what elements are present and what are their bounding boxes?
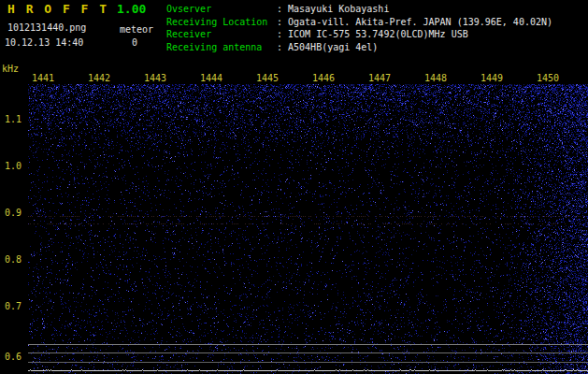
- time-tick: 1445: [256, 73, 279, 83]
- echo-count: 0: [132, 37, 137, 48]
- hrofft-output-image: H R O F F T 1.00 1012131440.png meteor 1…: [0, 0, 588, 374]
- observation-datetime: 10.12.13 14:40: [5, 37, 83, 48]
- info-label: Receiving Location: [166, 16, 277, 29]
- y-tick: 0.7: [5, 301, 22, 311]
- info-value: : Masayuki Kobayashi: [277, 4, 389, 14]
- time-tick: 1448: [424, 73, 447, 83]
- y-tick: 1.0: [5, 161, 22, 171]
- info-value: : Ogata-vill. Akita-Pref. JAPAN (139.96E…: [277, 17, 552, 27]
- time-tick: 1447: [368, 73, 391, 83]
- info-row-observer: Ovserver: Masayuki Kobayashi: [166, 3, 552, 16]
- time-tick: 1449: [480, 73, 503, 83]
- info-value: : A504HB(yagi 4el): [277, 42, 378, 52]
- info-value: : ICOM IC-575 53.7492(0LCD)MHz USB: [277, 29, 468, 39]
- y-axis-unit-label: kHz: [2, 64, 19, 74]
- info-row-antenna: Receiving antenna: A504HB(yagi 4el): [166, 41, 552, 54]
- y-tick: 0.6: [5, 352, 22, 362]
- time-tick: 1444: [200, 73, 222, 83]
- y-tick: 0.9: [5, 208, 22, 218]
- station-info: Ovserver: Masayuki Kobayashi Receiving L…: [166, 3, 552, 53]
- app-version: 1.00: [117, 2, 146, 16]
- output-filename: 1012131440.png: [7, 22, 86, 33]
- info-row-location: Receiving Location: Ogata-vill. Akita-Pr…: [166, 16, 552, 29]
- time-tick: 1446: [312, 73, 335, 83]
- y-tick: 1.1: [5, 114, 22, 124]
- app-title: H R O F F T: [7, 2, 108, 16]
- observation-mode-label: meteor: [120, 24, 153, 35]
- spectrogram-canvas: [28, 84, 588, 374]
- info-row-receiver: Receiver: ICOM IC-575 53.7492(0LCD)MHz U…: [166, 28, 552, 41]
- info-label: Receiving antenna: [166, 41, 277, 54]
- info-label: Ovserver: [166, 3, 277, 16]
- info-label: Receiver: [166, 28, 277, 41]
- time-tick: 1443: [144, 73, 166, 83]
- y-tick: 0.8: [5, 254, 22, 265]
- time-tick: 1441: [32, 73, 54, 83]
- time-tick: 1442: [88, 73, 110, 83]
- time-tick: 1450: [537, 73, 559, 83]
